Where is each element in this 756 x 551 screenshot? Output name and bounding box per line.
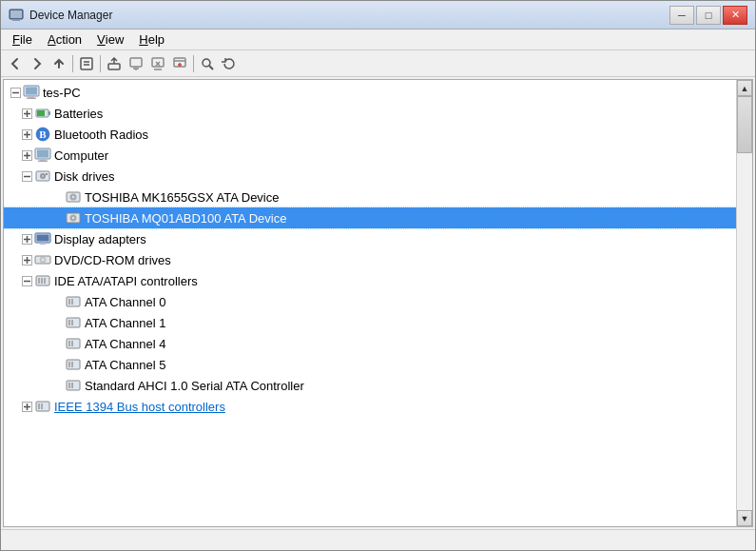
expander-ieee[interactable] — [19, 399, 34, 414]
ata5-label: ATA Channel 5 — [85, 358, 166, 372]
svg-rect-80 — [71, 362, 73, 367]
toolbar-sep-1 — [72, 55, 73, 72]
menu-action[interactable]: Action — [40, 30, 89, 49]
tree-item-dvd[interactable]: DVD/CD-ROM drives — [4, 249, 736, 270]
title-bar-icon — [9, 8, 24, 23]
expander-toshiba1 — [49, 189, 65, 205]
properties-button[interactable] — [76, 53, 97, 74]
toolbar — [1, 50, 755, 77]
svg-rect-82 — [68, 383, 70, 388]
scan-button[interactable] — [197, 53, 218, 74]
svg-rect-79 — [68, 362, 70, 367]
main-content: tes-PC Batteries — [3, 79, 753, 527]
svg-rect-77 — [71, 341, 73, 346]
dvd-label: DVD/CD-ROM drives — [54, 253, 171, 267]
root-label: tes-PC — [43, 86, 81, 100]
svg-rect-74 — [71, 320, 73, 325]
svg-rect-36 — [37, 150, 48, 158]
expander-computer[interactable] — [19, 148, 34, 163]
ata1-label: ATA Channel 1 — [85, 316, 166, 330]
tree-item-toshiba1[interactable]: TOSHIBA MK1655GSX ATA Device — [4, 187, 736, 207]
disk-icon — [34, 167, 51, 185]
scrollbar[interactable]: ▲ ▼ — [736, 80, 752, 526]
svg-rect-7 — [130, 58, 142, 67]
scroll-track[interactable] — [737, 96, 752, 510]
svg-rect-26 — [37, 110, 45, 116]
dvd-icon — [34, 251, 51, 268]
bluetooth-label: Bluetooth Radios — [54, 128, 148, 142]
tree-item-toshiba2[interactable]: TOSHIBA MQ01ABD100 ATA Device — [4, 207, 736, 228]
forward-button[interactable] — [27, 53, 48, 74]
disable-button[interactable] — [147, 53, 168, 74]
svg-rect-3 — [81, 58, 92, 69]
expander-toshiba2 — [49, 210, 65, 226]
svg-rect-1 — [12, 19, 20, 21]
expander-batteries[interactable] — [19, 106, 34, 121]
ata5-icon — [65, 356, 82, 373]
bluetooth-icon: B — [34, 126, 51, 143]
expander-bluetooth[interactable] — [19, 127, 34, 142]
expander-ata5 — [49, 357, 65, 372]
ieee-icon — [34, 398, 51, 415]
ata1-icon — [65, 314, 82, 331]
svg-point-43 — [42, 175, 44, 177]
refresh-button[interactable] — [219, 53, 240, 74]
tree-item-ata4[interactable]: ATA Channel 4 — [4, 333, 736, 354]
ide-icon — [34, 272, 51, 289]
toolbar-sep-3 — [193, 55, 194, 72]
uninstall-button[interactable] — [169, 53, 190, 74]
tree-item-disk-drives[interactable]: Disk drives — [4, 166, 736, 187]
scroll-down-button[interactable]: ▼ — [737, 510, 752, 526]
tree-item-bluetooth[interactable]: B Bluetooth Radios — [4, 124, 736, 145]
svg-point-47 — [72, 196, 74, 198]
maximize-button[interactable]: □ — [696, 6, 721, 25]
svg-rect-25 — [48, 111, 50, 115]
svg-rect-76 — [68, 341, 70, 346]
svg-point-50 — [72, 217, 74, 219]
close-button[interactable]: ✕ — [723, 6, 747, 25]
svg-rect-67 — [41, 278, 43, 284]
svg-rect-71 — [71, 299, 73, 305]
rollback-button[interactable] — [126, 53, 146, 74]
batteries-label: Batteries — [54, 107, 103, 121]
tree-item-batteries[interactable]: Batteries — [4, 103, 736, 124]
svg-rect-56 — [40, 243, 46, 245]
minimize-button[interactable]: ─ — [669, 6, 694, 25]
scroll-thumb[interactable] — [737, 96, 752, 153]
menu-help[interactable]: Help — [131, 30, 172, 49]
tree-item-ata5[interactable]: ATA Channel 5 — [4, 354, 736, 375]
svg-rect-89 — [41, 403, 43, 409]
tree-item-ata0[interactable]: ATA Channel 0 — [4, 291, 736, 312]
expander-ata0 — [49, 294, 65, 309]
tree-item-ieee[interactable]: IEEE 1394 Bus host controllers — [4, 396, 736, 417]
back-button[interactable] — [5, 53, 26, 74]
tree-item-root[interactable]: tes-PC — [4, 82, 736, 103]
expander-dvd[interactable] — [19, 252, 34, 267]
scroll-up-button[interactable]: ▲ — [737, 80, 752, 96]
expander-disk[interactable] — [19, 168, 34, 184]
pc-icon — [23, 84, 40, 101]
expander-ahci — [49, 378, 65, 393]
menu-file[interactable]: File — [5, 30, 40, 49]
expander-ide[interactable] — [19, 273, 34, 288]
tree-item-computer[interactable]: Computer — [4, 145, 736, 166]
menu-view[interactable]: View — [89, 30, 131, 49]
update-driver-button[interactable] — [104, 53, 125, 74]
ata0-label: ATA Channel 0 — [85, 295, 166, 309]
device-manager-window: Device Manager ─ □ ✕ File Action View He… — [0, 0, 756, 551]
expander-root[interactable] — [8, 85, 23, 100]
expander-ata4 — [49, 336, 65, 351]
menu-bar: File Action View Help — [1, 30, 755, 50]
expander-display[interactable] — [19, 231, 34, 246]
tree-view[interactable]: tes-PC Batteries — [4, 80, 736, 526]
tree-item-ide[interactable]: IDE ATA/ATAPI controllers — [4, 270, 736, 291]
tree-item-ahci[interactable]: Standard AHCI 1.0 Serial ATA Controller — [4, 375, 736, 396]
tree-item-ata1[interactable]: ATA Channel 1 — [4, 312, 736, 333]
up-button[interactable] — [48, 53, 69, 74]
svg-rect-73 — [68, 320, 70, 325]
disk-drives-label: Disk drives — [54, 169, 115, 184]
tree-item-display[interactable]: Display adapters — [4, 228, 736, 249]
ieee-label: IEEE 1394 Bus host controllers — [54, 400, 225, 414]
toshiba1-label: TOSHIBA MK1655GSX ATA Device — [85, 190, 279, 205]
svg-text:B: B — [39, 128, 47, 140]
